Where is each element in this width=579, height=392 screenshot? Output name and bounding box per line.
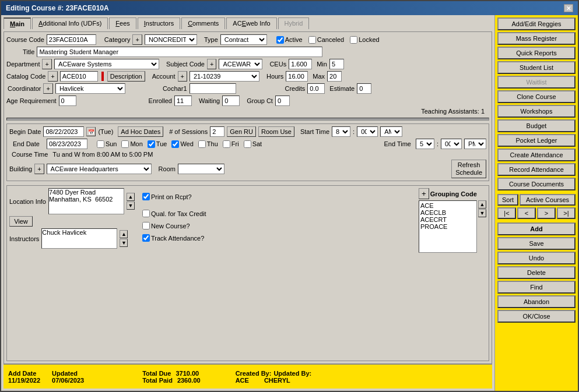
- tue-checkbox[interactable]: [148, 140, 155, 148]
- save-button[interactable]: Save: [497, 237, 576, 250]
- list-item[interactable]: ACE: [420, 202, 475, 209]
- track-attendance-checkbox[interactable]: [142, 234, 150, 242]
- list-item[interactable]: ACECLB: [420, 209, 475, 216]
- nav-first-button[interactable]: |<: [497, 207, 516, 219]
- catalog-code-input[interactable]: [60, 71, 98, 82]
- department-plus-button[interactable]: +: [42, 59, 51, 69]
- abandon-button[interactable]: Abandon: [497, 295, 576, 308]
- add-edit-reggies-button[interactable]: Add/Edit Reggies: [497, 17, 576, 30]
- room-select[interactable]: [178, 164, 224, 174]
- list-item[interactable]: ACECRT: [420, 216, 475, 223]
- course-documents-button[interactable]: Course Documents: [497, 178, 576, 190]
- cochar1-input[interactable]: [190, 83, 236, 94]
- clone-course-button[interactable]: Clone Course: [497, 90, 576, 103]
- tab-comments[interactable]: Comments: [181, 17, 225, 29]
- waiting-input[interactable]: [222, 96, 240, 106]
- end-date-input[interactable]: [47, 139, 87, 149]
- view-button[interactable]: View: [9, 216, 33, 227]
- tab-additional-info[interactable]: Additional Info (UDFs): [32, 17, 108, 29]
- location-info-textarea[interactable]: 7480 Dyer Road Manhattan, KS 66502: [48, 188, 124, 214]
- age-req-input[interactable]: [59, 96, 76, 106]
- quick-reports-button[interactable]: Quick Reports: [497, 47, 576, 59]
- calendar-icon[interactable]: 📅: [86, 127, 96, 136]
- nav-last-button[interactable]: >|: [557, 207, 576, 219]
- begin-date-input[interactable]: [43, 126, 84, 137]
- student-list-button[interactable]: Student List: [497, 61, 576, 74]
- room-use-button[interactable]: Room Use: [258, 126, 294, 137]
- close-button[interactable]: ✕: [564, 4, 573, 12]
- description-button[interactable]: Description: [107, 71, 145, 82]
- ad-hoc-dates-button[interactable]: Ad Hoc Dates: [118, 126, 163, 137]
- grouping-code-list[interactable]: ACE ACECLB ACECRT PROACE: [419, 200, 477, 253]
- building-select[interactable]: ACEware Headquarters: [47, 164, 152, 174]
- location-down-arrow[interactable]: ▼: [127, 202, 135, 210]
- sessions-input[interactable]: [210, 126, 224, 137]
- category-select[interactable]: NONCREDIT: [145, 34, 197, 45]
- grouping-down-arrow[interactable]: ▼: [478, 209, 486, 217]
- account-plus-button[interactable]: +: [178, 71, 187, 82]
- grouping-code-plus-button[interactable]: +: [419, 188, 429, 199]
- qual-tax-checkbox[interactable]: [142, 210, 150, 217]
- tab-hybrid[interactable]: Hybrid: [278, 17, 310, 29]
- mass-register-button[interactable]: Mass Register: [497, 32, 576, 45]
- tab-main[interactable]: Main: [3, 17, 31, 29]
- start-hour-select[interactable]: 8: [332, 126, 350, 137]
- subject-code-select[interactable]: ACEWARE: [219, 59, 262, 69]
- end-min-select[interactable]: 00: [441, 139, 462, 149]
- active-checkbox[interactable]: [276, 36, 284, 44]
- fri-checkbox[interactable]: [223, 140, 230, 148]
- sun-checkbox[interactable]: [97, 140, 104, 148]
- budget-button[interactable]: Budget: [497, 119, 576, 132]
- thu-checkbox[interactable]: [198, 140, 206, 148]
- sort-button[interactable]: Sort: [497, 194, 518, 206]
- mon-checkbox[interactable]: [121, 140, 129, 148]
- workshops-button[interactable]: Workshops: [497, 105, 576, 118]
- new-course-checkbox[interactable]: [142, 222, 150, 229]
- building-plus-button[interactable]: +: [34, 164, 44, 174]
- canceled-checkbox[interactable]: [308, 36, 316, 44]
- gen-ru-button[interactable]: Gen RU: [227, 126, 256, 137]
- min-input[interactable]: [329, 59, 344, 69]
- find-button[interactable]: Find: [497, 281, 576, 294]
- list-item[interactable]: PROACE: [420, 223, 475, 230]
- ceus-input[interactable]: [289, 59, 312, 69]
- instructors-textarea[interactable]: Chuck Havlicek: [41, 228, 117, 249]
- record-attendance-button[interactable]: Record Attendance: [497, 163, 576, 176]
- coordinator-plus-button[interactable]: +: [43, 83, 52, 94]
- coordinator-select[interactable]: Havlicek: [55, 83, 125, 94]
- nav-next-button[interactable]: >: [537, 207, 556, 219]
- end-hour-select[interactable]: 5: [416, 139, 434, 149]
- start-min-select[interactable]: 00: [357, 126, 378, 137]
- tab-aceweb-info[interactable]: ACEweb Info: [226, 17, 276, 29]
- print-on-rcpt-checkbox[interactable]: [142, 193, 150, 200]
- ok-close-button[interactable]: OK/Close: [497, 310, 576, 323]
- delete-button[interactable]: Delete: [497, 266, 576, 279]
- grouping-up-arrow[interactable]: ▲: [478, 200, 486, 209]
- start-ampm-select[interactable]: AM: [380, 126, 402, 137]
- subject-code-plus-button[interactable]: +: [207, 59, 216, 69]
- location-up-arrow[interactable]: ▲: [127, 193, 135, 201]
- catalog-code-plus-button[interactable]: +: [48, 71, 57, 82]
- add-button[interactable]: Add: [497, 223, 576, 235]
- wed-checkbox[interactable]: [171, 140, 179, 148]
- tab-instructors[interactable]: Instructors: [138, 17, 180, 29]
- credits-input[interactable]: [307, 83, 325, 94]
- hours-input[interactable]: [286, 71, 308, 82]
- sat-checkbox[interactable]: [244, 140, 251, 148]
- account-select[interactable]: 21-10239: [190, 71, 259, 82]
- instructors-down-arrow[interactable]: ▼: [120, 239, 128, 247]
- tab-fees[interactable]: Fees: [109, 17, 136, 29]
- nav-prev-button[interactable]: <: [517, 207, 536, 219]
- waitlist-button[interactable]: Waitlist: [497, 76, 576, 89]
- max-input[interactable]: [327, 71, 342, 82]
- instructors-up-arrow[interactable]: ▲: [120, 230, 128, 238]
- department-select[interactable]: ACEware Systems: [54, 59, 159, 69]
- title-input[interactable]: Mastering Student Manager: [37, 47, 322, 57]
- group-ct-input[interactable]: [275, 96, 290, 106]
- course-code-input[interactable]: 23FACE010A: [47, 34, 96, 45]
- undo-button[interactable]: Undo: [497, 252, 576, 264]
- create-attendance-button[interactable]: Create Attendance: [497, 149, 576, 161]
- enrolled-input[interactable]: [174, 96, 192, 106]
- pocket-ledger-button[interactable]: Pocket Ledger: [497, 134, 576, 147]
- active-courses-button[interactable]: Active Courses: [520, 194, 576, 206]
